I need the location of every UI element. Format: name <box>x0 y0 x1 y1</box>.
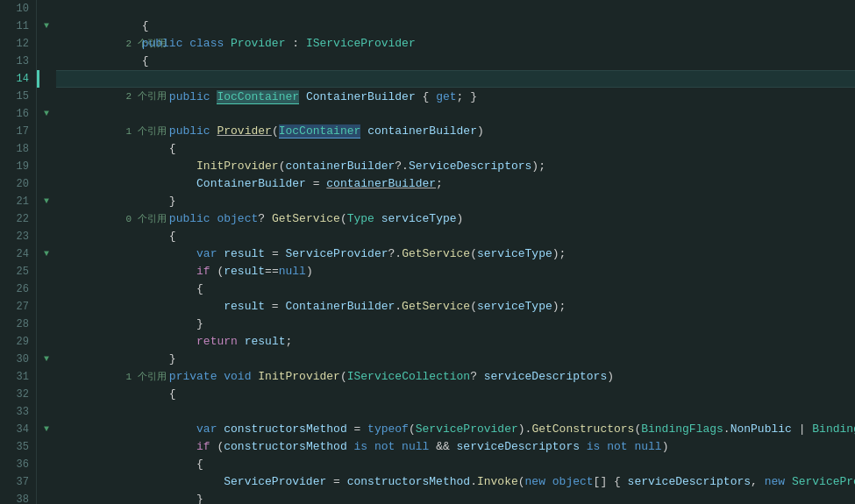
code-line-19: ContainerBuilder = containerBuilder; <box>56 158 855 175</box>
code-line-18: InitProvider(containerBuilder?.ServiceDe… <box>56 140 855 158</box>
code-line-25: { <box>56 263 855 280</box>
code-line-11: public class Provider : IServiceProvider <box>56 18 855 35</box>
code-line-21: public object? GetService(Type serviceTy… <box>56 193 855 210</box>
fold-icon-16[interactable]: ▼ <box>44 105 49 123</box>
code-line-37: } <box>56 473 855 491</box>
code-editor: 10 11 12 13 14 15 16 17 18 19 20 21 22 2… <box>0 0 855 504</box>
code-line-36: ServiceProvider = constructorsMethod.Inv… <box>56 456 855 473</box>
code-line-34: if (constructorsMethod is not null && se… <box>56 421 855 438</box>
fold-icon-11[interactable]: ▼ <box>44 18 49 35</box>
fold-icon-30[interactable]: ▼ <box>44 351 49 368</box>
code-line-32 <box>56 386 855 403</box>
code-line-30: private void InitProvider(IServiceCollec… <box>56 351 855 368</box>
code-line-22: { <box>56 210 855 228</box>
code-line-10: { 2 个引用 <box>56 0 855 18</box>
code-line-31: { <box>56 368 855 386</box>
gutter: ▼ ▼ ▼ ▼ <box>37 0 56 504</box>
line-numbers: 10 11 12 13 14 15 16 17 18 19 20 21 22 2… <box>0 0 37 504</box>
code-line-29: } 1 个引用 <box>56 333 855 351</box>
code-line-27: } <box>56 298 855 316</box>
fold-icon-34[interactable]: ▼ <box>44 421 49 438</box>
code-line-12: { 2 个引用 <box>56 35 855 53</box>
code-line-20: } 0 个引用 <box>56 175 855 193</box>
code-line-15: 1 个引用 <box>56 88 855 105</box>
code-line-38: } <box>56 491 855 504</box>
code-line-24: if (result==null) <box>56 245 855 263</box>
code-line-35: { <box>56 438 855 456</box>
code-line-28: return result; <box>56 316 855 333</box>
code-line-33: var constructorsMethod = typeof(ServiceP… <box>56 403 855 421</box>
code-area: 10 11 12 13 14 15 16 17 18 19 20 21 22 2… <box>0 0 855 504</box>
code-line-23: var result = ServiceProvider?.GetService… <box>56 228 855 245</box>
fold-icon-24[interactable]: ▼ <box>44 245 49 263</box>
code-line-17: { <box>56 123 855 140</box>
code-lines: { 2 个引用 public class Provider : IService… <box>56 0 855 504</box>
code-line-14: public IocContainer ContainerBuilder { g… <box>56 70 855 88</box>
fold-icon-21[interactable]: ▼ <box>44 193 49 210</box>
code-line-26: result = ContainerBuilder.GetService(ser… <box>56 280 855 298</box>
code-line-13: private ServiceProvider? ServiceProvider… <box>56 53 855 70</box>
code-line-16: public Provider(IocContainer containerBu… <box>56 105 855 123</box>
